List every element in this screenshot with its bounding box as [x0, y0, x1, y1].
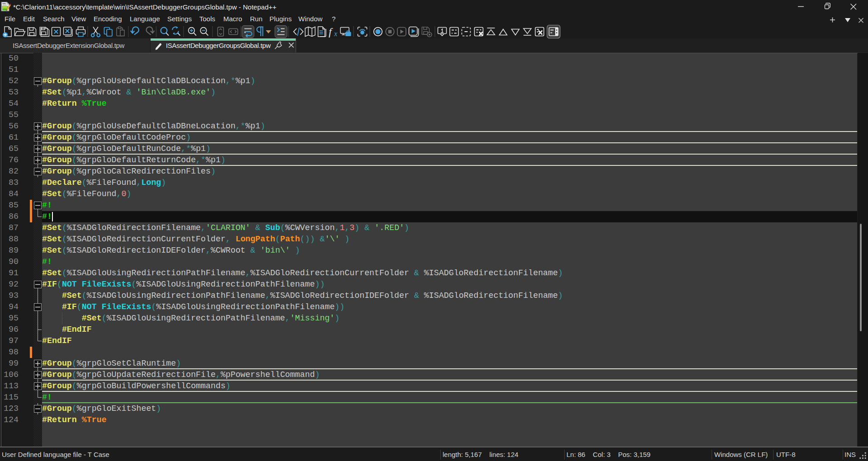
svg-text:f: f [329, 26, 333, 38]
svg-text:x: x [334, 30, 337, 38]
